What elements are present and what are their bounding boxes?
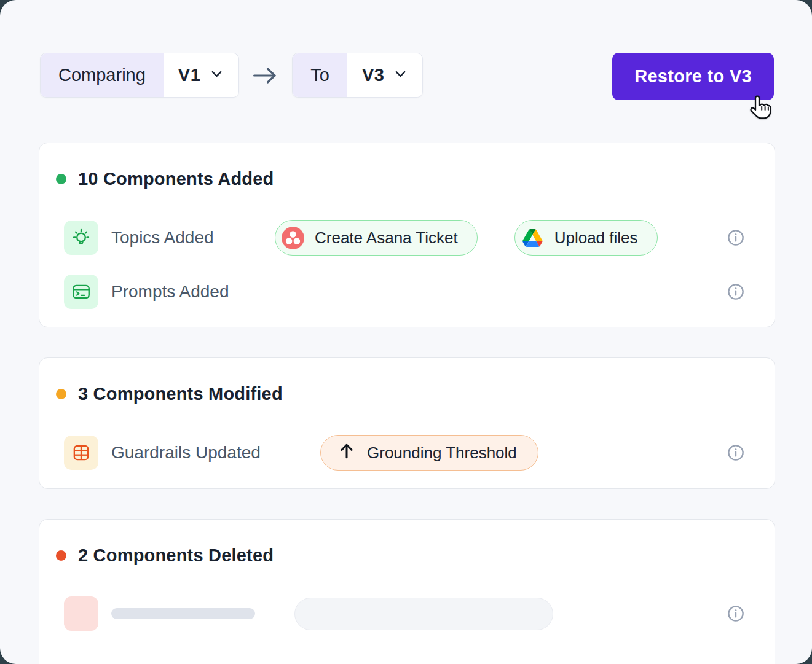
chevron-down-icon: [393, 65, 408, 85]
card-header: 2 Components Deleted: [56, 544, 744, 566]
deleted-skeleton-row: [64, 596, 744, 631]
components-added-card: 10 Components Added Topics Added: [39, 143, 775, 327]
chip-label: Upload files: [554, 228, 638, 248]
card-title: 3 Components Modified: [78, 384, 283, 404]
arrow-up-icon: [339, 442, 355, 464]
info-icon[interactable]: [727, 444, 744, 461]
chevron-down-icon: [210, 65, 224, 85]
components-modified-card: 3 Components Modified Guardrails Updated: [39, 357, 775, 489]
guardrails-updated-row: Guardrails Updated Grounding Threshold: [64, 435, 744, 471]
table-icon: [64, 436, 98, 470]
chip-list: Grounding Threshold: [275, 435, 538, 471]
card-rows: Guardrails Updated Grounding Threshold: [64, 435, 744, 471]
arrow-right-icon: [252, 53, 279, 98]
card-title: 10 Components Added: [78, 169, 274, 189]
skeleton-label-bar: [111, 608, 255, 619]
card-rows: [64, 596, 744, 631]
red-status-dot: [56, 550, 66, 561]
info-icon[interactable]: [727, 229, 744, 246]
version-compare-panel: Comparing V1 To V3 Restore to V3: [0, 0, 812, 664]
info-icon[interactable]: [727, 283, 744, 300]
restore-button[interactable]: Restore to V3: [612, 53, 774, 100]
from-version-dropdown[interactable]: V1: [164, 53, 238, 97]
to-version-group: To V3: [292, 53, 423, 98]
create-asana-ticket-chip[interactable]: Create Asana Ticket: [275, 220, 478, 256]
card-header: 10 Components Added: [56, 168, 744, 190]
comparing-label: Comparing: [41, 53, 164, 97]
skeleton-chip-pill: [294, 598, 553, 630]
prompts-added-row: Prompts Added: [64, 275, 744, 309]
lightbulb-icon: [64, 221, 98, 255]
green-status-dot: [56, 174, 66, 184]
chip-label: Grounding Threshold: [367, 443, 517, 463]
from-version-group: Comparing V1: [40, 53, 239, 98]
to-version-dropdown[interactable]: V3: [347, 53, 422, 97]
upload-files-chip[interactable]: Upload files: [514, 220, 658, 256]
row-label: Prompts Added: [111, 282, 275, 302]
from-version-value: V1: [178, 65, 200, 85]
card-header: 3 Components Modified: [56, 383, 744, 405]
chip-list: Create Asana Ticket: [275, 220, 658, 256]
google-drive-icon: [521, 227, 544, 249]
components-deleted-card: 2 Components Deleted: [39, 519, 775, 664]
to-version-value: V3: [362, 65, 384, 85]
info-icon[interactable]: [727, 605, 744, 622]
card-rows: Topics Added Create Asana Ticket: [64, 220, 744, 309]
grounding-threshold-chip[interactable]: Grounding Threshold: [320, 435, 538, 471]
row-label: Guardrails Updated: [111, 443, 275, 463]
chip-label: Create Asana Ticket: [315, 228, 458, 248]
deleted-icon-placeholder: [64, 596, 98, 631]
row-label: Topics Added: [111, 228, 275, 248]
terminal-icon: [64, 275, 98, 309]
compare-toolbar: Comparing V1 To V3 Restore to V3: [40, 53, 774, 100]
to-label: To: [293, 53, 347, 97]
orange-status-dot: [56, 389, 66, 399]
card-title: 2 Components Deleted: [78, 545, 274, 566]
asana-icon: [282, 227, 304, 249]
topics-added-row: Topics Added Create Asana Ticket: [64, 220, 744, 256]
